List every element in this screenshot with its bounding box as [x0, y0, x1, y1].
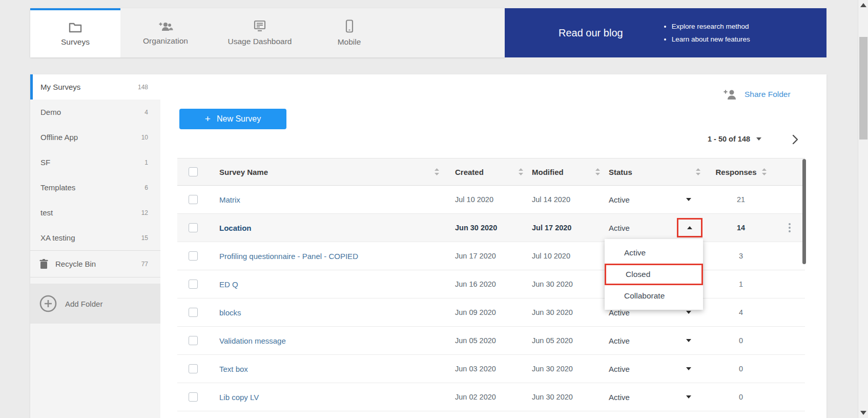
sidebar-folder-item[interactable]: Offline App 10: [30, 125, 160, 150]
row-checkbox[interactable]: [189, 392, 198, 402]
status-dropdown-option[interactable]: Active: [605, 242, 703, 264]
pagination-range-selector[interactable]: 1 - 50 of 148: [708, 135, 761, 143]
folder-count: 148: [138, 84, 148, 91]
folder-count: 4: [144, 109, 148, 116]
sort-icon[interactable]: [519, 168, 523, 175]
sidebar-folder-item[interactable]: My Surveys 148: [30, 74, 160, 99]
survey-name-link[interactable]: Location: [219, 224, 252, 232]
scrollbar-up-arrow-icon[interactable]: [860, 3, 866, 7]
sidebar-folder-item[interactable]: SF 1: [30, 150, 160, 175]
survey-name-link[interactable]: Matrix: [219, 195, 240, 204]
row-checkbox[interactable]: [189, 308, 198, 317]
sidebar-folder-item[interactable]: test 12: [30, 200, 160, 225]
tab-label: Surveys: [61, 37, 90, 47]
status-dropdown-arrow-icon[interactable]: [686, 198, 691, 201]
tab-surveys[interactable]: Surveys: [30, 8, 120, 57]
scrollbar-down-arrow-icon[interactable]: [860, 411, 866, 415]
created-date: Jun 17 2020: [455, 252, 496, 260]
folder-label: Offline App: [40, 133, 78, 142]
folder-icon: [69, 22, 82, 33]
folder-count: 15: [141, 234, 148, 242]
next-page-button[interactable]: [788, 132, 803, 147]
dashboard-icon: [253, 20, 266, 32]
plus-icon: +: [205, 113, 211, 125]
responses-count: 4: [739, 308, 743, 316]
sort-icon[interactable]: [762, 168, 767, 175]
table-row: Text box Jun 03 2020 Jun 30 2020 Active …: [177, 355, 805, 383]
responses-count: 0: [739, 336, 743, 345]
tab-usage-dashboard[interactable]: Usage Dashboard: [211, 8, 309, 57]
folder-label: Templates: [40, 183, 75, 192]
table-header-row: Survey Name Created Modified Status: [177, 158, 805, 186]
folder-count: 12: [141, 209, 148, 216]
table-scrollbar-thumb[interactable]: [802, 159, 806, 264]
created-date: Jun 03 2020: [455, 365, 496, 373]
folder-count: 6: [144, 184, 148, 191]
row-checkbox[interactable]: [189, 336, 198, 345]
folder-label: Demo: [40, 108, 61, 116]
page-scrollbar[interactable]: [858, 0, 868, 418]
tab-label: Organization: [143, 36, 188, 46]
survey-name-link[interactable]: ED Q: [219, 280, 238, 289]
column-header-responses[interactable]: Responses: [708, 168, 774, 176]
recycle-bin-count: 77: [141, 261, 148, 268]
sort-icon[interactable]: [595, 168, 600, 175]
main-card: My Surveys 148 Demo 4 Offline App 10 SF …: [30, 74, 826, 418]
folder-count: 10: [141, 134, 148, 141]
share-folder-button[interactable]: Share Folder: [723, 89, 791, 100]
tab-organization[interactable]: Organization: [120, 8, 211, 57]
folder-label: XA testing: [40, 233, 75, 242]
sort-icon[interactable]: [435, 168, 439, 175]
sidebar-folder-item[interactable]: Demo 4: [30, 99, 160, 125]
survey-name-link[interactable]: Text box: [219, 365, 248, 373]
folder-sidebar: My Surveys 148 Demo 4 Offline App 10 SF …: [30, 74, 160, 418]
row-checkbox[interactable]: [189, 223, 198, 232]
survey-name-link[interactable]: Validation message: [219, 336, 286, 345]
row-checkbox[interactable]: [189, 195, 198, 204]
folder-label: SF: [40, 158, 50, 167]
status-value: Active: [609, 365, 630, 373]
select-all-checkbox[interactable]: [189, 167, 198, 176]
surveys-table: Survey Name Created Modified Status: [177, 158, 805, 411]
blog-banner[interactable]: Read our blog Explore research methodLea…: [505, 8, 826, 57]
add-folder-button[interactable]: Add Folder: [30, 284, 160, 324]
banner-bullet: Explore research method: [672, 20, 750, 33]
sidebar-folder-item[interactable]: XA testing 15: [30, 225, 160, 250]
table-row: ED Q Jun 16 2020 Jun 30 2020 1: [177, 270, 805, 298]
survey-name-link[interactable]: Lib copy LV: [219, 393, 259, 402]
sort-icon[interactable]: [696, 168, 700, 175]
new-survey-button[interactable]: + New Survey: [179, 109, 286, 129]
column-label: Created: [455, 168, 484, 176]
status-dropdown-option[interactable]: Closed: [605, 264, 703, 285]
survey-name-link[interactable]: Profiling questionnaire - Panel - COPIED: [219, 252, 358, 261]
tab-mobile[interactable]: Mobile: [309, 8, 389, 57]
row-menu-kebab-icon[interactable]: [789, 223, 791, 232]
column-header-status[interactable]: Status: [600, 168, 708, 176]
column-header-modified[interactable]: Modified: [523, 168, 600, 176]
column-header-created[interactable]: Created: [446, 168, 523, 176]
pagination-caret-icon: [756, 137, 761, 141]
folder-label: My Surveys: [40, 83, 80, 91]
modified-date: Jun 05 2020: [532, 336, 573, 345]
column-header-survey-name[interactable]: Survey Name: [204, 168, 446, 176]
row-checkbox[interactable]: [189, 280, 198, 289]
sidebar-item-recycle-bin[interactable]: Recycle Bin 77: [30, 251, 160, 277]
status-dropdown-arrow-icon[interactable]: [686, 311, 691, 314]
created-date: Jun 02 2020: [455, 393, 496, 401]
scrollbar-thumb[interactable]: [859, 37, 867, 140]
row-checkbox[interactable]: [189, 364, 198, 373]
status-dropdown-open-annotation[interactable]: [677, 218, 702, 237]
survey-name-link[interactable]: blocks: [219, 308, 241, 317]
status-dropdown-arrow-icon[interactable]: [686, 367, 691, 370]
modified-date: Jun 30 2020: [532, 308, 573, 316]
status-dropdown-arrow-icon[interactable]: [686, 395, 691, 399]
status-dropdown-arrow-icon[interactable]: [686, 339, 691, 342]
status-dropdown-option[interactable]: Collaborate: [605, 285, 703, 307]
row-checkbox[interactable]: [189, 251, 198, 261]
modified-date: Jun 30 2020: [532, 280, 573, 288]
sidebar-folder-item[interactable]: Templates 6: [30, 175, 160, 200]
status-value: Active: [609, 224, 630, 232]
table-body: Matrix Jul 10 2020 Jul 14 2020 Active 21: [177, 186, 805, 411]
created-date: Jun 16 2020: [455, 280, 496, 288]
share-folder-label: Share Folder: [745, 90, 791, 99]
